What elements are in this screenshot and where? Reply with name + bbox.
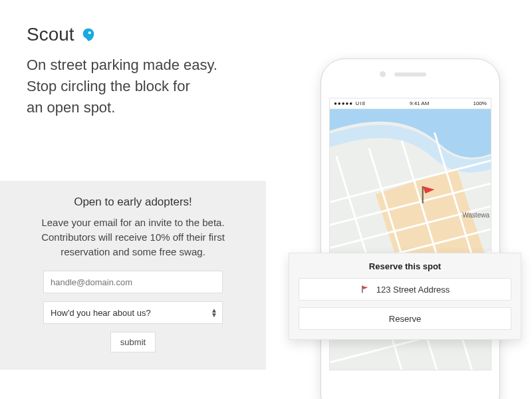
reserve-title: Reserve this spot <box>299 261 511 271</box>
referral-select[interactable]: How'd you hear about us? <box>43 301 223 324</box>
brand-name: Scout <box>27 24 74 45</box>
email-input[interactable] <box>43 271 223 293</box>
address-text: 123 Street Address <box>376 285 450 295</box>
status-bar: ●●●●● UI8 9:41 AM 100% <box>330 98 491 109</box>
reserve-button[interactable]: Reserve <box>299 307 511 330</box>
phone-camera-icon <box>380 71 386 77</box>
flag-icon <box>360 285 370 294</box>
address-row[interactable]: 123 Street Address <box>299 278 511 301</box>
map-label-right: Wastewa <box>462 211 489 219</box>
brand-logo-icon <box>81 27 96 42</box>
brand: Scout <box>27 24 505 45</box>
phone-mockup: ●●●●● UI8 9:41 AM 100% <box>321 59 500 399</box>
svg-point-0 <box>88 31 90 34</box>
submit-button[interactable]: submit <box>110 332 156 352</box>
status-battery: 100% <box>473 100 487 106</box>
signup-title: Open to early adopters! <box>19 196 247 209</box>
reserve-card: Reserve this spot 123 Street Address Res… <box>289 253 521 340</box>
status-signal: ●●●●● UI8 <box>334 100 366 106</box>
signup-body: Leave your email for an invite to the be… <box>19 215 247 259</box>
status-time: 9:41 AM <box>410 100 429 106</box>
phone-speaker-icon <box>394 72 426 76</box>
signup-panel: Open to early adopters! Leave your email… <box>0 181 266 370</box>
